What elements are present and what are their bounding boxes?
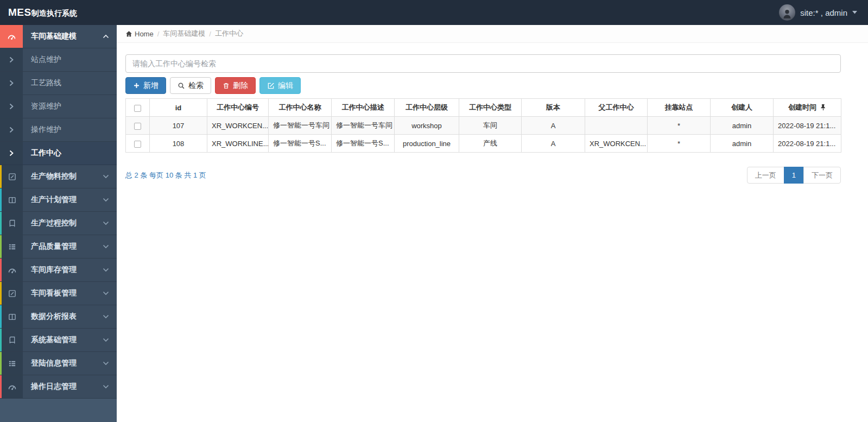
delete-button[interactable]: 删除 (215, 77, 256, 94)
avatar (779, 4, 795, 21)
chevron-down-icon (103, 268, 109, 272)
column-header: 工作中心描述 (332, 99, 395, 117)
sidebar-item-label: 工作中心 (23, 142, 117, 165)
chevron-down-icon (103, 165, 117, 188)
breadcrumb-module[interactable]: 车间基础建模 (163, 29, 205, 39)
sidebar-item-label: 登陆信息管理 (23, 352, 103, 375)
sidebar-group[interactable]: 生产计划管理 (0, 188, 117, 212)
column-header-label: 工作中心类型 (469, 103, 511, 111)
table-cell: 108 (150, 135, 207, 153)
sidebar-group[interactable]: 操作日志管理 (0, 375, 117, 399)
sidebar-item-label: 车间看板管理 (23, 282, 103, 305)
sidebar-item-label: 操作维护 (23, 118, 117, 141)
select-all-checkbox[interactable] (134, 105, 141, 112)
book-icon (8, 219, 16, 228)
sidebar-item-label: 产品质量管理 (23, 235, 103, 258)
chevron-right-icon (9, 150, 14, 156)
table-cell: XR_WORKCEN... (207, 117, 269, 135)
chevron-down-icon (103, 375, 117, 398)
chevron-down-icon (103, 221, 109, 225)
column-header: 父工作中心 (585, 99, 648, 117)
sidebar-group[interactable]: 车间库存管理 (0, 259, 117, 282)
top-navbar: MES制造执行系统 site:* , admin (0, 0, 868, 25)
search-input[interactable] (125, 54, 841, 73)
chevron-down-icon (103, 314, 109, 319)
th-list-icon (8, 243, 16, 251)
chevron-down-icon (103, 361, 109, 366)
sidebar-item-label: 工艺路线 (23, 72, 117, 95)
table-cell: * (648, 117, 711, 135)
row-checkbox-cell (126, 117, 150, 135)
column-header: id (150, 99, 207, 117)
book-icon (8, 336, 16, 344)
row-checkbox[interactable] (134, 123, 141, 130)
pencil-square-icon (8, 289, 16, 298)
sidebar-group[interactable]: 生产过程控制 (0, 212, 117, 235)
sidebar-group-active[interactable]: 车间基础建模 (0, 25, 117, 48)
table-cell: XR_WORKCEN... (585, 135, 648, 153)
select-all-header-cell (126, 99, 150, 117)
table-cell: workshop (395, 117, 459, 135)
sidebar-item-label: 生产计划管理 (23, 188, 103, 211)
table-row[interactable]: 108XR_WORKLINE...修一智能一号S...修一智能一号S...pro… (126, 135, 841, 153)
trash-icon (223, 82, 230, 90)
sidebar-group[interactable]: 系统基础管理 (0, 329, 117, 352)
column-header-label: 创建人 (731, 103, 752, 111)
sidebar-group[interactable]: 生产物料控制 (0, 165, 117, 188)
next-page-button[interactable]: 下一页 (803, 167, 841, 184)
sidebar-filler (0, 399, 117, 422)
sidebar-item-icon-column (0, 142, 23, 165)
table-cell: 修一智能一号S... (269, 135, 332, 153)
page-1-button[interactable]: 1 (784, 167, 804, 184)
pagination: 上一页 1 下一页 (747, 167, 841, 184)
column-header: 工作中心类型 (459, 99, 522, 117)
chevron-down-icon (103, 244, 109, 249)
breadcrumb-separator: / (205, 30, 215, 38)
sidebar-item-icon-column (0, 25, 23, 48)
sidebar-subitem[interactable]: 工作中心 (0, 142, 117, 165)
column-header: 工作中心名称 (269, 99, 332, 117)
sidebar-subitem[interactable]: 站点维护 (0, 48, 117, 72)
table-row[interactable]: 107XR_WORKCEN...修一智能一号车间修一智能一号车间workshop… (126, 117, 841, 135)
add-button[interactable]: 新增 (125, 77, 166, 94)
column-header-label: 版本 (546, 103, 560, 111)
sidebar-group[interactable]: 数据分析报表 (0, 305, 117, 329)
pencil-square-icon (8, 173, 16, 181)
sidebar-subitem[interactable]: 操作维护 (0, 118, 117, 142)
table-cell: 修一智能一号S... (332, 135, 395, 153)
chevron-down-icon (103, 188, 117, 211)
edit-button[interactable]: 编辑 (259, 77, 301, 94)
app-brand[interactable]: MES制造执行系统 (0, 7, 117, 18)
table-cell: admin (711, 135, 774, 153)
sidebar-subitem[interactable]: 资源维护 (0, 95, 117, 118)
home-icon (125, 30, 132, 37)
search-button[interactable]: 检索 (170, 77, 211, 94)
column-header: 创建人 (711, 99, 774, 117)
brand-subtitle: 制造执行系统 (31, 9, 77, 18)
sidebar-item-label: 系统基础管理 (23, 329, 103, 351)
sidebar-group[interactable]: 产品质量管理 (0, 235, 117, 259)
sidebar-subitem[interactable]: 工艺路线 (0, 72, 117, 95)
sidebar-item-icon-column (0, 259, 23, 281)
user-menu[interactable]: site:* , admin (779, 4, 868, 21)
sidebar-group[interactable]: 车间看板管理 (0, 282, 117, 305)
table-header-row: id工作中心编号工作中心名称工作中心描述工作中心层级工作中心类型版本父工作中心挂… (126, 99, 841, 117)
breadcrumb-home[interactable]: Home (125, 30, 154, 38)
sidebar-item-icon-column (0, 95, 23, 118)
row-checkbox[interactable] (134, 141, 141, 148)
chevron-down-icon (103, 212, 117, 235)
table-footer: 总 2 条 每页 10 条 共 1 页 上一页 1 下一页 (125, 167, 841, 184)
table-cell: 107 (150, 117, 207, 135)
prev-page-button[interactable]: 上一页 (747, 167, 784, 184)
table-cell: 产线 (459, 135, 522, 153)
chevron-down-icon (103, 259, 117, 281)
chevron-up-icon (103, 25, 117, 48)
edit-icon (267, 82, 275, 90)
sidebar-item-label: 生产物料控制 (23, 165, 103, 188)
sidebar-group[interactable]: 登陆信息管理 (0, 352, 117, 375)
workcenter-table: id工作中心编号工作中心名称工作中心描述工作中心层级工作中心类型版本父工作中心挂… (125, 98, 841, 153)
table-cell: A (522, 117, 585, 135)
pin-icon[interactable] (820, 104, 826, 111)
table-cell: 2022-08-19 21:1... (774, 117, 841, 135)
table-cell: 车间 (459, 117, 522, 135)
